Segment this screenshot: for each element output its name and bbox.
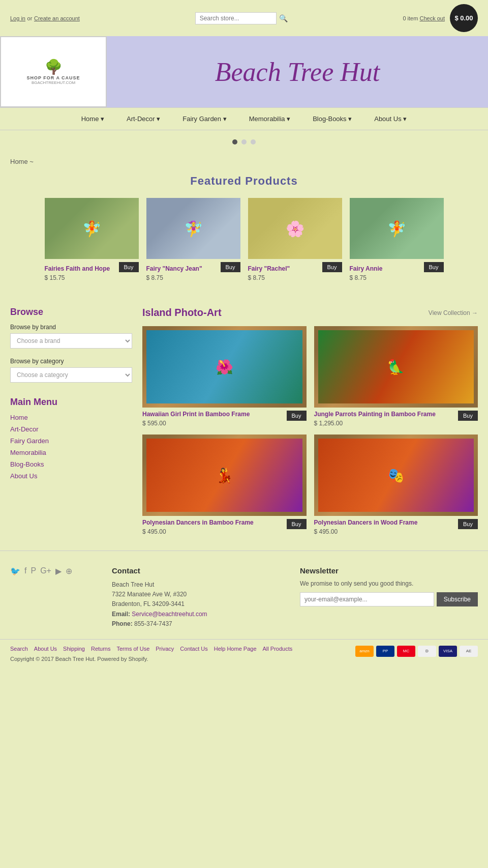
carousel-dot-1[interactable]	[232, 139, 237, 144]
footer-link-help[interactable]: Help Home Page	[214, 646, 257, 652]
product-image-1: 🧚‍♀️	[146, 198, 240, 259]
login-link[interactable]: Log in	[10, 15, 25, 21]
amex-payment-icon: AE	[460, 646, 478, 657]
island-header: Island Photo-Art View Collection →	[142, 307, 478, 319]
buy-button-0[interactable]: Buy	[119, 262, 139, 272]
product-price-1: $ 8.75	[146, 274, 240, 281]
newsletter-subscribe-button[interactable]: Subscribe	[437, 592, 478, 606]
cart-button[interactable]: $ 0.00	[450, 4, 478, 32]
footer-link-terms[interactable]: Terms of Use	[116, 646, 149, 652]
search-input[interactable]	[195, 12, 277, 24]
nav-art-decor[interactable]: Art-Decor ▾	[115, 108, 171, 130]
buy-button-3[interactable]: Buy	[424, 262, 444, 272]
product-card-1: 🧚‍♀️ Fairy "Nancy Jean" Buy $ 8.75	[146, 198, 240, 281]
pinterest-icon[interactable]: P	[30, 566, 36, 576]
island-price-3: $ 495.00	[314, 528, 418, 535]
menu-art-decor[interactable]: Art-Decor	[10, 425, 132, 433]
top-bar-auth: Log in or Create an account	[10, 14, 80, 22]
product-image-0: 🧚	[45, 198, 139, 259]
twitter-icon[interactable]: 🐦	[10, 566, 20, 576]
checkout-link[interactable]: Check out	[419, 15, 445, 21]
footer-bottom: Search About Us Shipping Returns Terms o…	[0, 639, 488, 668]
island-name-2: Polynesian Dancers in Bamboo Frame	[142, 519, 254, 526]
footer-link-about[interactable]: About Us	[34, 646, 57, 652]
nav-memorabilia[interactable]: Memorabilia ▾	[238, 108, 301, 130]
island-name-0: Hawaiian Girl Print in Bamboo Frame	[142, 411, 250, 418]
footer-links: Search About Us Shipping Returns Terms o…	[10, 646, 292, 652]
banner-logo: 🌳 SHOP FOR A CAUSE BGACHTREEHUT.COM	[0, 36, 107, 107]
newsletter-text: We promise to only send you good things.	[300, 580, 478, 587]
product-card-2: 🌸 Fairy "Rachel" Buy $ 8.75	[248, 198, 342, 281]
footer-link-privacy[interactable]: Privacy	[156, 646, 174, 652]
contact-phone: 855-374-7437	[134, 620, 172, 627]
menu-memorabilia[interactable]: Memorabilia	[10, 449, 132, 456]
contact-email-label: Email:	[112, 611, 130, 618]
menu-fairy-garden[interactable]: Fairy Garden	[10, 437, 132, 445]
island-price-2: $ 495.00	[142, 528, 254, 535]
brand-label: Browse by brand	[10, 324, 132, 331]
breadcrumb-home[interactable]: Home ~	[10, 158, 34, 165]
newsletter-heading: Newsletter	[300, 566, 478, 575]
brand-select[interactable]: Choose a brand	[10, 333, 132, 349]
rss-icon[interactable]: ⊕	[66, 566, 72, 576]
discover-payment-icon: D	[418, 646, 436, 657]
product-card-0: 🧚 Fairies Faith and Hope Buy $ 15.75	[45, 198, 139, 281]
footer: 🐦 f P G+ ▶ ⊕ Contact Beach Tree Hut 7322…	[0, 551, 488, 668]
footer-bottom-row: Search About Us Shipping Returns Terms o…	[10, 646, 478, 662]
or-text: or	[27, 15, 33, 21]
island-buy-0[interactable]: Buy	[287, 411, 307, 421]
social-icons: 🐦 f P G+ ▶ ⊕	[10, 566, 102, 576]
menu-about-us[interactable]: About Us	[10, 472, 132, 480]
nav-blog-books[interactable]: Blog-Books ▾	[301, 108, 363, 130]
search-icon[interactable]: 🔍	[279, 14, 288, 22]
create-account-link[interactable]: Create an account	[34, 15, 80, 21]
product-card-3: 🧚 Fairy Annie Buy $ 8.75	[350, 198, 444, 281]
category-select[interactable]: Choose a category	[10, 367, 132, 383]
contact-name: Beach Tree Hut	[112, 581, 154, 588]
logo-tree-icon: 🌳	[26, 59, 80, 75]
carousel-dot-2[interactable]	[241, 139, 247, 144]
menu-blog-books[interactable]: Blog-Books	[10, 460, 132, 468]
youtube-icon[interactable]: ▶	[55, 566, 62, 576]
footer-link-products[interactable]: All Products	[263, 646, 293, 652]
nav-home[interactable]: Home ▾	[70, 108, 115, 130]
island-image-2: 💃	[142, 435, 307, 516]
footer-link-search[interactable]: Search	[10, 646, 28, 652]
menu-home[interactable]: Home	[10, 414, 132, 421]
newsletter-email-input[interactable]	[300, 592, 434, 606]
product-name-1: Fairy "Nancy Jean"	[146, 265, 202, 272]
buy-button-1[interactable]: Buy	[221, 262, 240, 272]
footer-link-contact[interactable]: Contact Us	[180, 646, 207, 652]
island-buy-1[interactable]: Buy	[458, 411, 478, 421]
nav-fairy-garden[interactable]: Fairy Garden ▾	[171, 108, 237, 130]
featured-heading: Featured Products	[10, 175, 478, 188]
island-card-2: 💃 Polynesian Dancers in Bamboo Frame $ 4…	[142, 435, 307, 535]
mid-section: Browse Browse by brand Choose a brand Br…	[0, 297, 488, 551]
footer-link-returns[interactable]: Returns	[91, 646, 111, 652]
contact-address2: Bradenton, FL 34209-3441	[112, 600, 185, 607]
island-buy-3[interactable]: Buy	[458, 519, 478, 529]
breadcrumb: Home ~	[0, 154, 488, 169]
googleplus-icon[interactable]: G+	[40, 566, 51, 576]
top-bar: Log in or Create an account 🔍 0 item Che…	[0, 0, 488, 36]
visa-payment-icon: VISA	[439, 646, 457, 657]
contact-email-link[interactable]: Service@beachtreehut.com	[132, 611, 207, 618]
buy-button-2[interactable]: Buy	[322, 262, 342, 272]
carousel-dot-3[interactable]	[251, 139, 256, 144]
product-name-2: Fairy "Rachel"	[248, 265, 290, 272]
footer-link-shipping[interactable]: Shipping	[63, 646, 85, 652]
island-price-0: $ 595.00	[142, 420, 250, 427]
mastercard-payment-icon: MC	[397, 646, 415, 657]
island-name-1: Jungle Parrots Painting in Bamboo Frame	[314, 411, 436, 418]
island-card-0: 🌺 Hawaiian Girl Print in Bamboo Frame $ …	[142, 326, 307, 427]
view-collection-link[interactable]: View Collection →	[429, 309, 478, 316]
island-image-0: 🌺	[142, 326, 307, 408]
facebook-icon[interactable]: f	[24, 566, 26, 576]
island-price-1: $ 1,295.00	[314, 420, 436, 427]
products-grid: 🧚 Fairies Faith and Hope Buy $ 15.75 🧚‍♀…	[10, 198, 478, 281]
cart-count: 0 item Check out	[403, 15, 445, 21]
nav-about-us[interactable]: About Us ▾	[363, 108, 418, 130]
contact-address1: 7322 Manatee Ave W, #320	[112, 591, 187, 598]
logo-top-text: SHOP FOR A CAUSE	[26, 75, 80, 80]
island-buy-2[interactable]: Buy	[287, 519, 307, 529]
